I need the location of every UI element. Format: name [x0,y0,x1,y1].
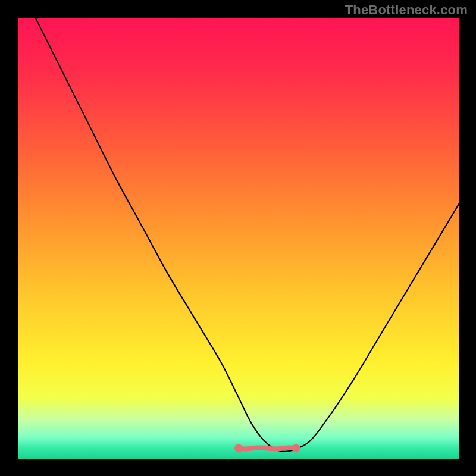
source-watermark: TheBottleneck.com [345,2,468,18]
gradient-background [18,18,459,459]
trough-right-dot-icon [292,444,300,452]
plot-svg [18,18,459,459]
trough-left-dot-icon [234,444,243,452]
figure-root: TheBottleneck.com [0,0,476,476]
plot-area [18,18,459,459]
